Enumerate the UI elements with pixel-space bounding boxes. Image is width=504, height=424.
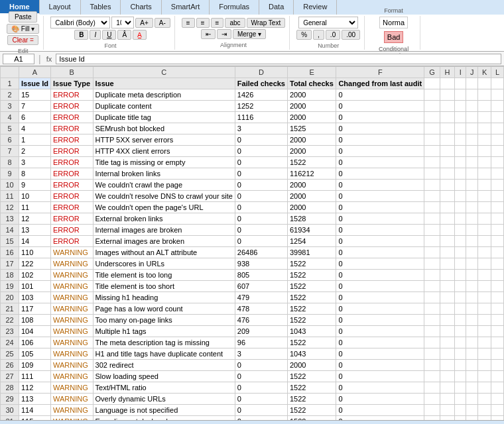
cell-empty[interactable] xyxy=(440,225,455,236)
cell-empty[interactable] xyxy=(440,382,455,394)
cell-b1[interactable]: Issue Type xyxy=(50,78,93,89)
cell[interactable]: HTTP 5XX server errors xyxy=(93,134,235,146)
cell[interactable]: 0 xyxy=(336,337,424,348)
cell-empty[interactable] xyxy=(440,394,455,405)
cell[interactable]: Multiple h1 tags xyxy=(93,326,235,337)
cell-empty[interactable] xyxy=(455,146,466,157)
cell-empty[interactable] xyxy=(455,292,466,303)
cf-normal-style[interactable]: Norma xyxy=(379,17,408,28)
cell[interactable]: 0 xyxy=(235,168,287,180)
cell[interactable]: 0 xyxy=(235,225,287,236)
cell[interactable]: 1522 xyxy=(287,281,336,292)
cell-empty[interactable] xyxy=(440,247,455,258)
cell-empty[interactable] xyxy=(491,180,504,191)
cell-empty[interactable] xyxy=(455,134,466,146)
cell-empty[interactable] xyxy=(491,382,504,394)
cell[interactable]: ERROR xyxy=(50,180,93,191)
cell[interactable]: ERROR xyxy=(50,134,93,146)
cell[interactable]: WARNING xyxy=(50,382,93,394)
cell-empty[interactable] xyxy=(478,146,491,157)
cell-empty[interactable] xyxy=(440,146,455,157)
cell[interactable]: WARNING xyxy=(50,348,93,360)
cell[interactable]: WARNING xyxy=(50,371,93,382)
cell[interactable]: WARNING xyxy=(50,315,93,326)
cell[interactable]: WARNING xyxy=(50,303,93,315)
cell[interactable]: 479 xyxy=(235,292,287,303)
cell[interactable]: 0 xyxy=(235,394,287,405)
cell-empty[interactable] xyxy=(478,303,491,315)
cell-empty[interactable] xyxy=(455,371,466,382)
cell-empty[interactable] xyxy=(491,303,504,315)
font-size-select[interactable]: 10 xyxy=(111,17,134,28)
cell[interactable]: Underscores in URLs xyxy=(93,258,235,270)
cell[interactable]: 1252 xyxy=(235,101,287,112)
cell-empty[interactable] xyxy=(478,225,491,236)
cell-empty[interactable] xyxy=(478,247,491,258)
cell[interactable]: 1116 xyxy=(235,112,287,123)
wrap-text-button[interactable]: Wrap Text xyxy=(247,18,286,28)
cell-empty[interactable] xyxy=(478,134,491,146)
cell[interactable]: 1522 xyxy=(287,270,336,281)
cell-empty[interactable] xyxy=(466,180,477,191)
cell[interactable]: 0 xyxy=(336,180,424,191)
cell-empty[interactable] xyxy=(466,258,477,270)
cell-empty[interactable] xyxy=(424,360,440,371)
cell-empty[interactable] xyxy=(491,315,504,326)
cell-c1[interactable]: Issue xyxy=(93,78,235,89)
highlight-button[interactable]: Â xyxy=(117,30,131,40)
col-header-g[interactable]: G xyxy=(424,67,440,78)
cell[interactable]: ERROR xyxy=(50,123,93,134)
cell-empty[interactable] xyxy=(466,326,477,337)
cell[interactable]: 476 xyxy=(235,315,287,326)
cell-f1[interactable]: Changed from last audit xyxy=(336,78,424,89)
cell-empty[interactable] xyxy=(478,157,491,168)
cell[interactable]: 0 xyxy=(235,382,287,394)
cell[interactable]: We couldn't resolve DNS to crawl your si… xyxy=(93,191,235,202)
cell-j1[interactable] xyxy=(466,78,477,89)
cell[interactable]: External broken links xyxy=(93,213,235,225)
cell[interactable]: 105 xyxy=(19,348,51,360)
cell[interactable]: 0 xyxy=(235,360,287,371)
cell-empty[interactable] xyxy=(424,213,440,225)
cell[interactable]: 1043 xyxy=(287,348,336,360)
tab-review[interactable]: Review xyxy=(294,0,337,15)
cell[interactable]: WARNING xyxy=(50,281,93,292)
cell-empty[interactable] xyxy=(440,315,455,326)
cell-e1[interactable]: Total checks xyxy=(287,78,336,89)
cell[interactable]: 1426 xyxy=(235,89,287,101)
cell-empty[interactable] xyxy=(478,337,491,348)
cell[interactable]: 1254 xyxy=(287,236,336,247)
cell[interactable]: 1522 xyxy=(287,292,336,303)
cell-empty[interactable] xyxy=(466,168,477,180)
cell-empty[interactable] xyxy=(466,89,477,101)
cell[interactable]: 0 xyxy=(336,371,424,382)
cell-empty[interactable] xyxy=(491,236,504,247)
tab-smartart[interactable]: SmartArt xyxy=(162,0,210,15)
cell-empty[interactable] xyxy=(478,371,491,382)
cell[interactable]: 0 xyxy=(336,157,424,168)
fill-button[interactable]: 🎨 Fill ▾ xyxy=(7,24,39,34)
indent-button[interactable]: ⇤ xyxy=(201,29,216,39)
cell-empty[interactable] xyxy=(424,258,440,270)
cell-empty[interactable] xyxy=(440,134,455,146)
col-header-l[interactable]: L xyxy=(491,67,504,78)
cell[interactable]: 3 xyxy=(235,123,287,134)
abc-button[interactable]: abc xyxy=(225,18,245,28)
align-left-button[interactable]: ≡ xyxy=(182,18,195,28)
cell-empty[interactable] xyxy=(478,382,491,394)
cell[interactable]: 0 xyxy=(336,303,424,315)
cell-empty[interactable] xyxy=(424,134,440,146)
cell[interactable]: WARNING xyxy=(50,405,93,416)
cell[interactable]: Title element is too long xyxy=(93,270,235,281)
cell-empty[interactable] xyxy=(455,258,466,270)
cell-empty[interactable] xyxy=(424,303,440,315)
cell-empty[interactable] xyxy=(466,371,477,382)
cell-empty[interactable] xyxy=(424,292,440,303)
number-format-select[interactable]: General xyxy=(298,17,358,28)
cell[interactable]: The meta description tag is missing xyxy=(93,337,235,348)
cell[interactable]: 1522 xyxy=(287,303,336,315)
cell[interactable]: 2000 xyxy=(287,134,336,146)
cell-empty[interactable] xyxy=(440,405,455,416)
cell[interactable]: HTTP 4XX client errors xyxy=(93,146,235,157)
cell-empty[interactable] xyxy=(455,236,466,247)
